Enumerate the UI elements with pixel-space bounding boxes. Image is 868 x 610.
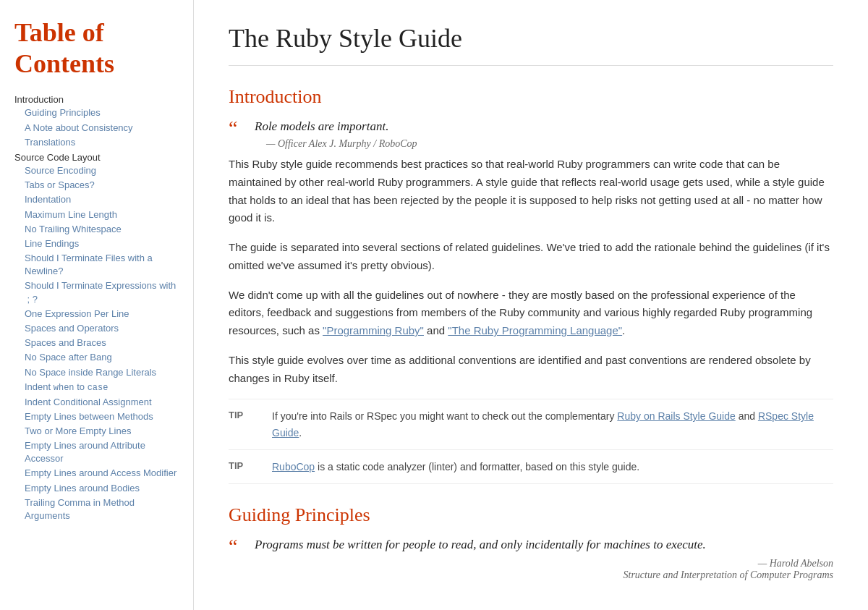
tip-row-1: TIP If you're into Rails or RSpec you mi…	[229, 399, 833, 450]
sidebar-item-no-space-bang[interactable]: No Space after Bang	[25, 351, 182, 364]
page-title: The Ruby Style Guide	[229, 23, 833, 66]
guiding-quote-text: Programs must be written for people to r…	[255, 538, 706, 551]
sidebar-item-two-empty-lines[interactable]: Two or More Empty Lines	[25, 425, 182, 438]
intro-quote-text: Role models are important.	[255, 119, 388, 133]
intro-paragraph-2: The guide is separated into several sect…	[229, 239, 833, 275]
sidebar-item-tabs-or-spaces[interactable]: Tabs or Spaces?	[25, 179, 182, 192]
sidebar-item-translations[interactable]: Translations	[25, 136, 182, 149]
sidebar-item-empty-lines-access[interactable]: Empty Lines around Access Modifier	[25, 467, 182, 480]
sidebar: Table ofContents Introduction Guiding Pr…	[0, 0, 194, 610]
open-quote-icon: “	[229, 117, 237, 140]
tips-section: TIP If you're into Rails or RSpec you mi…	[229, 399, 833, 484]
ruby-programming-language-link[interactable]: "The Ruby Programming Language"	[448, 324, 622, 336]
sidebar-item-indent-conditional[interactable]: Indent Conditional Assignment	[25, 396, 182, 409]
sidebar-item-spaces-braces[interactable]: Spaces and Braces	[25, 336, 182, 350]
sidebar-item-terminate-files[interactable]: Should I Terminate Files with a Newline?	[25, 252, 182, 278]
tip-content-2: RuboCop is a static code analyzer (linte…	[272, 459, 833, 475]
tip-label-1: TIP	[229, 408, 272, 420]
intro-blockquote: “ Role models are important. — Officer A…	[229, 119, 833, 150]
guiding-principles-blockquote: “ Programs must be written for people to…	[229, 538, 833, 581]
programming-ruby-link[interactable]: "Programming Ruby"	[323, 324, 424, 336]
sidebar-item-no-trailing-whitespace[interactable]: No Trailing Whitespace	[25, 223, 182, 236]
sidebar-item-trailing-comma[interactable]: Trailing Comma in Method Arguments	[25, 496, 182, 522]
tip-label-2: TIP	[229, 459, 272, 471]
sidebar-item-empty-lines-bodies[interactable]: Empty Lines around Bodies	[25, 482, 182, 495]
sidebar-item-one-expression[interactable]: One Expression Per Line	[25, 308, 182, 321]
tip-row-2: TIP RuboCop is a static code analyzer (l…	[229, 450, 833, 484]
sidebar-item-guiding-principles[interactable]: Guiding Principles	[25, 106, 182, 119]
harold-abelson-book: Structure and Interpretation of Computer…	[243, 569, 833, 581]
rubocop-link[interactable]: RuboCop	[272, 461, 315, 473]
sidebar-item-max-line-length[interactable]: Maximum Line Length	[25, 208, 182, 221]
guiding-quote-attribution: — Harold Abelson Structure and Interpret…	[243, 558, 833, 581]
sidebar-item-spaces-operators[interactable]: Spaces and Operators	[25, 322, 182, 335]
intro-quote-attribution: — Officer Alex J. Murphy / RoboCop	[266, 138, 833, 150]
sidebar-item-source-encoding[interactable]: Source Encoding	[25, 164, 182, 177]
rails-style-guide-link[interactable]: Ruby on Rails Style Guide	[617, 410, 735, 422]
intro-paragraph-1: This Ruby style guide recommends best pr…	[229, 156, 833, 227]
sidebar-item-indentation[interactable]: Indentation	[25, 193, 182, 206]
intro-paragraph-4: This style guide evolves over time as ad…	[229, 352, 833, 388]
sidebar-item-indent-when-case[interactable]: Indent when to case	[25, 381, 182, 394]
introduction-heading: Introduction	[229, 86, 833, 108]
guiding-open-quote-icon: “	[229, 535, 237, 558]
sidebar-item-line-endings[interactable]: Line Endings	[25, 237, 182, 250]
sidebar-item-introduction[interactable]: Introduction	[14, 94, 182, 105]
sidebar-item-terminate-expressions[interactable]: Should I Terminate Expressions with ; ?	[25, 279, 182, 305]
tip-content-1: If you're into Rails or RSpec you might …	[272, 408, 833, 441]
sidebar-item-source-code-layout[interactable]: Source Code Layout	[14, 152, 182, 163]
sidebar-item-note-consistency[interactable]: A Note about Consistency	[25, 122, 182, 135]
sidebar-title: Table ofContents	[14, 17, 182, 80]
sidebar-item-empty-lines-methods[interactable]: Empty Lines between Methods	[25, 410, 182, 423]
main-content: The Ruby Style Guide Introduction “ Role…	[194, 0, 868, 610]
sidebar-item-no-space-range[interactable]: No Space inside Range Literals	[25, 366, 182, 379]
intro-paragraph-3: We didn't come up with all the guideline…	[229, 287, 833, 340]
sidebar-item-empty-lines-attribute[interactable]: Empty Lines around Attribute Accessor	[25, 439, 182, 465]
harold-abelson-name: — Harold Abelson	[243, 558, 833, 569]
guiding-principles-heading: Guiding Principles	[229, 504, 833, 526]
